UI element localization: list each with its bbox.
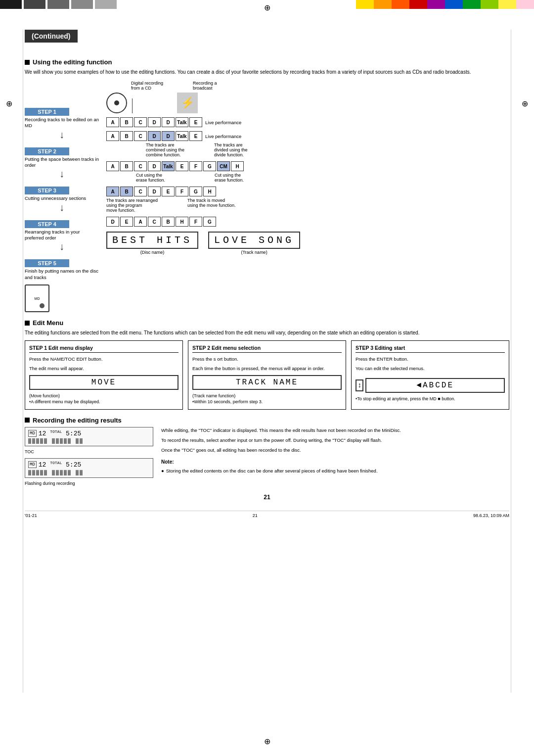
edit-step-3-display-row: ↕ ◄ABCDE	[356, 375, 505, 396]
section-icon-edit-menu	[25, 321, 30, 326]
section-title-editing: Using the editing function	[33, 58, 112, 66]
rec-text-2: To record the results, select another in…	[161, 437, 509, 444]
edit-step-3-display: ◄ABCDE	[365, 378, 505, 393]
tc-c3: C	[134, 161, 147, 171]
edit-step-2-title: STEP 2 Edit menu selection	[192, 345, 342, 353]
color-yellow-green	[481, 0, 498, 9]
edit-step-3-text1: Press the ENTER button.	[356, 356, 505, 362]
edit-step-2-text1: Press the s ort button.	[192, 356, 342, 362]
steps-column: STEP 1 Recording tracks to be edited on …	[25, 81, 101, 312]
top-bar-right	[356, 0, 534, 9]
annotation-broadcast: Recording abroadcast	[193, 81, 217, 91]
page-number: 21	[25, 494, 509, 501]
edit-step-1-box: STEP 1 Edit menu display Press the NAME/…	[25, 340, 183, 410]
tc-e2: E	[189, 131, 202, 141]
color-red	[409, 0, 427, 9]
reg-mark-top: ⊕	[264, 3, 270, 12]
color-green	[463, 0, 481, 9]
color-light-yellow	[498, 0, 516, 9]
arrow-4: ↓	[25, 241, 99, 251]
tc-a4-hl: A	[106, 187, 119, 196]
tracks-column: Digital recordingfrom a CD Recording abr…	[101, 81, 509, 255]
tc-d3-hl: D	[162, 131, 175, 141]
rec-display-1: MD 12 TOTAL 5:25 ▓▓▓▓▓ ▓▓▓▓▓ ▓▓	[25, 427, 153, 446]
rec-text-col: While editing, the "TOC" indicator is di…	[161, 427, 509, 486]
tc-b1: B	[120, 117, 133, 127]
color-red-orange	[392, 0, 409, 9]
radio-icon: ⚡	[177, 93, 198, 113]
tc-d4: D	[148, 187, 161, 196]
edit-step-1-title: STEP 1 Edit menu display	[29, 345, 178, 353]
step2-note-right: The tracks aredivided using thedivide fu…	[214, 142, 248, 157]
step4-track-row: A B C D E F G H	[106, 187, 509, 196]
tc-a5: A	[134, 217, 147, 227]
tc-a3: A	[106, 161, 119, 171]
step4-note-left: The tracks are rearrangedusing the progr…	[106, 198, 158, 213]
tc-b4-hl: B	[120, 187, 133, 196]
tc-e4: E	[162, 187, 175, 196]
tc-f5: F	[189, 217, 202, 227]
steps-diagram: STEP 1 Recording tracks to be edited on …	[25, 81, 509, 312]
color-block-3	[47, 0, 69, 9]
section-recording-results: Recording the editing results MD 12 TOTA…	[25, 417, 509, 486]
rec-segments-1: ▓▓▓▓▓ ▓▓▓▓▓ ▓▓	[28, 438, 150, 444]
step1-track-row: A B C D D Talk E Live performance	[106, 117, 509, 127]
step4-note-right: The track is movedusing the move functio…	[187, 198, 236, 213]
edit-menu-intro: The editing functions are selected from …	[25, 330, 509, 336]
edit-step-3-text2: You can edit the selected menus.	[356, 365, 505, 372]
step2-tracks: A B C D D Talk E Live performance The tr…	[106, 131, 509, 157]
tc-h4: H	[203, 187, 216, 196]
step2-track-row: A B C D D Talk E Live performance	[106, 131, 509, 141]
tc-cm3-hl: CM	[217, 161, 230, 171]
tc-c4: C	[134, 187, 147, 196]
reg-mark-right: ⊕	[522, 99, 528, 108]
live-perf-2: Live performance	[205, 134, 241, 139]
annotation-digital: Digital recordingfrom a CD	[131, 81, 163, 91]
step-1-desc: Recording tracks to be edited on an MD	[25, 117, 99, 129]
note-bullet-text: Storing the edited contents on the disc …	[166, 468, 378, 474]
edit-step-1-text1: Press the NAME/TOC EDIT button.	[29, 356, 178, 362]
step-3-label: STEP 3	[25, 187, 69, 194]
tc-e1: E	[189, 117, 202, 127]
step-4-label: STEP 4	[25, 220, 69, 228]
section-edit-menu: Edit Menu The editing functions are sele…	[25, 319, 509, 410]
tc-e3: E	[176, 161, 188, 171]
footer: '01-21 21 98.6.23, 10:09 AM	[25, 511, 509, 518]
top-annotations: Digital recordingfrom a CD Recording abr…	[106, 81, 509, 91]
md-disc-icon: MD	[25, 284, 49, 312]
rec-time-left-1: 12 TOTAL 5:25	[39, 429, 81, 437]
recording-icons-row: ⚡	[106, 93, 509, 113]
tc-c1: C	[134, 117, 147, 127]
tc-g3: G	[203, 161, 216, 171]
edit-step-1-text2: The edit menu will appear.	[29, 365, 178, 372]
tc-g5: G	[203, 217, 216, 227]
rec-results-body: MD 12 TOTAL 5:25 ▓▓▓▓▓ ▓▓▓▓▓ ▓▓ TOC MD 1…	[25, 427, 509, 486]
edit-step-2-box: STEP 2 Edit menu selection Press the s o…	[188, 340, 346, 410]
edit-step-3-prefix: ↕	[356, 379, 363, 391]
step-5-label: STEP 5	[25, 259, 69, 267]
edit-step-1-display: MOVE	[29, 375, 178, 390]
rec-text-3: Once the "TOC" goes out, all editing has…	[161, 447, 509, 454]
tc-e5: E	[120, 217, 133, 227]
tc-h3: H	[231, 161, 244, 171]
tc-g4: G	[189, 187, 202, 196]
edit-step-1-note2: •A different menu may be displayed.	[29, 399, 178, 405]
step-5-desc: Finish by putting names on the disc and …	[25, 268, 99, 281]
rec-toc-label: TOC	[25, 449, 153, 454]
left-margin-line	[23, 30, 23, 693]
edit-steps-container: STEP 1 Edit menu display Press the NAME/…	[25, 340, 509, 410]
color-block-4	[71, 0, 93, 9]
step-1-label: STEP 1	[25, 108, 69, 116]
rec-badge-1: MD	[28, 430, 37, 437]
step2-notes-row: The tracks arecombined using thecombine …	[106, 142, 509, 157]
step1-tracks: A B C D D Talk E Live performance	[106, 117, 509, 127]
step4-notes-row: The tracks are rearrangedusing the progr…	[106, 198, 509, 213]
edit-step-2-text2: Each time the button is pressed, the men…	[192, 365, 342, 372]
note-section: Note: ● Storing the edited contents on t…	[161, 458, 509, 474]
editing-intro-text: We will show you some examples of how to…	[25, 69, 509, 76]
edit-step-3-box: STEP 3 Editing start Press the ENTER but…	[351, 340, 509, 410]
track-name-label: (Track name)	[208, 250, 300, 255]
rec-flashing-label: Flashing during recording	[25, 481, 153, 486]
tc-talk2: Talk	[176, 131, 188, 141]
cd-icon	[106, 93, 127, 113]
